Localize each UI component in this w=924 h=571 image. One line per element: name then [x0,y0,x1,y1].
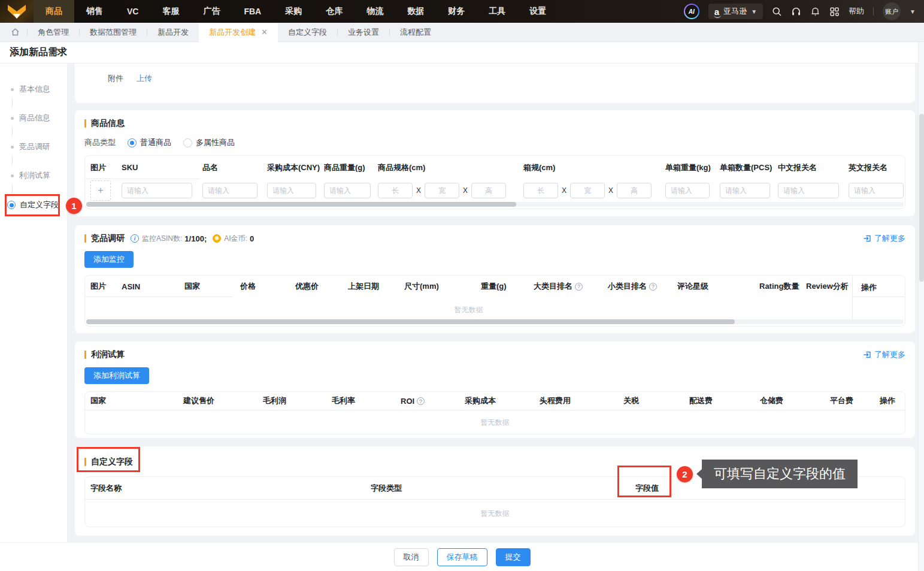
menu-item-purchase[interactable]: 采购 [273,0,314,23]
cancel-button[interactable]: 取消 [394,548,429,566]
horizontal-scrollbar-thumb[interactable] [86,319,735,324]
image-upload-button[interactable]: + [90,180,111,201]
product-name-input[interactable] [202,183,257,198]
column-header: 英文报关名 [849,162,911,173]
menu-item-data[interactable]: 数据 [395,0,436,23]
app-logo[interactable] [0,0,34,23]
horizontal-scrollbar-track[interactable] [86,202,904,207]
submit-button[interactable]: 提交 [496,548,531,566]
bell-icon[interactable] [810,7,820,17]
account-avatar[interactable]: 账户 [883,2,901,20]
tab-role-management[interactable]: 角色管理 [28,23,79,42]
topbar-divider [873,7,874,16]
tab-custom-fields[interactable]: 自定义字段 [278,23,337,42]
product-table-row: + X X X X [85,179,905,202]
column-header: 小类目排名? [608,281,677,292]
add-monitor-button[interactable]: 添加监控 [84,251,134,268]
sidebar-item-label: 基本信息 [19,84,50,95]
app-grid-icon[interactable] [829,7,840,17]
sidebar-item-basic-info[interactable]: 基本信息 [0,84,50,95]
column-header: 重量(g) [481,281,534,292]
close-tab-icon[interactable]: ✕ [261,28,268,36]
account-chevron-down-icon[interactable]: ▼ [910,8,916,15]
step-dot-icon [11,146,14,149]
box-width-input[interactable] [570,183,605,198]
menu-item-service[interactable]: 客服 [150,0,191,23]
box-length-input[interactable] [523,183,558,198]
spec-width-input[interactable] [425,183,459,198]
upload-link[interactable]: 上传 [137,73,152,84]
profit-empty-row: 暂无数据 [85,410,905,434]
vertical-scrollbar-thumb[interactable] [919,114,924,282]
learn-more-link[interactable]: 了解更多 [863,349,905,360]
en-declare-name-input[interactable] [849,183,904,198]
step-dot-icon [11,174,14,177]
headset-icon[interactable] [791,7,801,17]
menu-item-fba[interactable]: FBA [232,0,273,23]
spec-length-input[interactable] [378,183,413,198]
empty-placeholder: 暂无数据 [481,509,510,519]
menu-item-warehouse[interactable]: 仓库 [314,0,355,23]
menu-item-settings[interactable]: 设置 [517,0,558,23]
column-header: 商品重量(g) [324,162,378,173]
sidebar-item-custom-fields[interactable]: 自定义字段 [0,200,59,210]
save-draft-button[interactable]: 保存草稿 [437,548,487,566]
tab-business-settings[interactable]: 业务设置 [338,23,389,42]
screen: 商品 销售 VC 客服 广告 FBA 采购 仓库 物流 数据 财务 工具 设置 … [0,0,924,571]
tab-process-config[interactable]: 流程配置 [390,23,441,42]
sku-input[interactable] [122,183,192,198]
help-link[interactable]: 帮助 [849,6,864,17]
column-header: 字段类型 [371,483,635,494]
step-connector [12,155,13,165]
column-header: 采购成本(CNY) [267,162,324,173]
horizontal-scrollbar-track[interactable] [86,319,904,324]
tab-new-product-create[interactable]: 新品开发创建 ✕ [199,23,278,42]
tab-new-product-dev[interactable]: 新品开发 [147,23,199,42]
menu-item-vc[interactable]: VC [115,0,150,23]
box-qty-input[interactable] [720,183,770,198]
ai-assistant-button[interactable]: AI [684,4,699,19]
menu-item-products[interactable]: 商品 [34,0,74,23]
info-icon[interactable]: i [131,234,139,243]
ai-coin-label: AI金币: [224,234,247,244]
menu-item-ads[interactable]: 广告 [191,0,232,23]
profit-table: 国家 建议售价 毛利润 毛利率 ROI? 采购成本 头程费用 关税 配送费 仓储… [84,391,905,434]
menu-item-finance[interactable]: 财务 [436,0,477,23]
sidebar-item-product-info[interactable]: 商品信息 [0,113,50,123]
column-header: 操作 [861,282,877,293]
page-title: 添加新品需求 [10,46,67,59]
learn-more-label: 了解更多 [874,349,905,360]
menu-item-logistics[interactable]: 物流 [355,0,395,23]
menu-item-tools[interactable]: 工具 [477,0,517,23]
product-weight-input[interactable] [324,183,371,198]
amazon-icon: a [714,7,719,16]
tab-data-scope[interactable]: 数据范围管理 [80,23,147,42]
learn-more-link[interactable]: 了解更多 [863,233,905,244]
help-icon[interactable]: ? [417,397,425,405]
column-header: 单箱重量(kg) [665,162,720,173]
spec-height-input[interactable] [471,183,506,198]
box-height-input[interactable] [617,183,652,198]
search-icon[interactable] [772,7,782,17]
vertical-scrollbar-track[interactable] [918,42,924,571]
chevron-down-icon: ▼ [751,8,757,15]
ai-coin-value: 0 [250,234,254,243]
radio-normal-product[interactable]: 普通商品 [128,137,171,148]
horizontal-scrollbar-thumb[interactable] [86,202,516,207]
purchase-cost-input[interactable] [267,183,316,198]
radio-multi-attribute-product[interactable]: 多属性商品 [183,137,235,148]
sidebar-item-competitor[interactable]: 竞品调研 [0,141,50,152]
sidebar-item-profit[interactable]: 利润试算 [0,170,50,181]
help-icon[interactable]: ? [649,283,657,291]
box-weight-input[interactable] [665,183,710,198]
profit-table-header: 国家 建议售价 毛利润 毛利率 ROI? 采购成本 头程费用 关税 配送费 仓储… [85,392,905,410]
add-profit-calc-button[interactable]: 添加利润试算 [84,367,149,384]
home-button[interactable] [0,28,27,37]
cn-declare-name-input[interactable] [778,183,839,198]
dimension-separator: X [463,186,468,195]
column-header: 字段名称 [90,483,371,494]
profit-calc-card: 利润试算 了解更多 添加利润试算 国家 建议售价 毛利润 毛利率 ROI? 采购… [75,342,915,438]
menu-item-sales[interactable]: 销售 [74,0,115,23]
marketplace-selector[interactable]: a 亚马逊 ▼ [708,4,763,19]
help-icon[interactable]: ? [575,283,583,291]
